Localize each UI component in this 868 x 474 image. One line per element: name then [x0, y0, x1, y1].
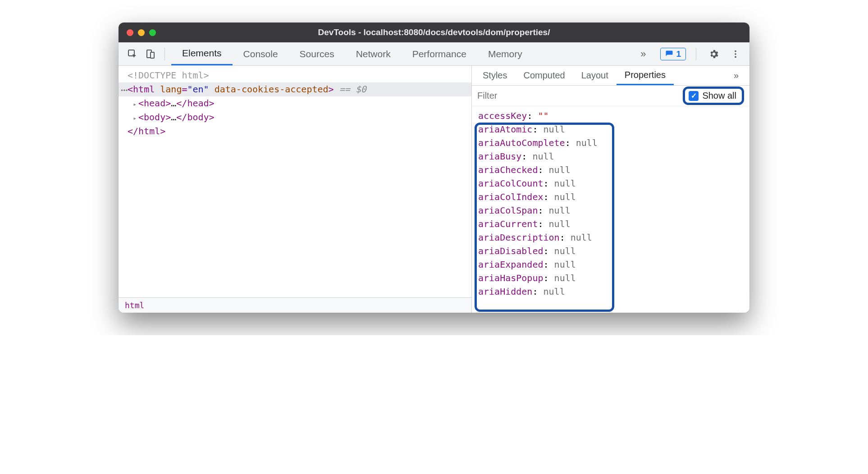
svg-point-3: [735, 50, 736, 52]
property-key: ariaDescription: [478, 232, 560, 243]
dom-node-body[interactable]: ▸<body></body>: [119, 110, 471, 124]
main-tabs: ElementsConsoleSourcesNetworkPerformance…: [171, 42, 638, 65]
property-key: ariaBusy: [478, 151, 521, 162]
issues-button[interactable]: 1: [660, 48, 686, 60]
property-key: ariaHasPopup: [478, 273, 544, 283]
property-value: null: [576, 137, 598, 148]
checkbox-checked-icon: ✓: [689, 91, 699, 101]
window-controls: [119, 29, 156, 36]
tab-console[interactable]: Console: [233, 42, 289, 65]
property-key: ariaAutoComplete: [478, 137, 565, 148]
property-key: ariaColSpan: [478, 205, 538, 216]
filter-input[interactable]: [477, 91, 678, 101]
more-sidebar-tabs-icon[interactable]: »: [726, 66, 747, 85]
sidebar-tab-styles[interactable]: Styles: [475, 66, 515, 85]
show-all-toggle[interactable]: ✓ Show all: [683, 87, 744, 105]
property-row[interactable]: ariaChecked: null: [478, 163, 743, 177]
property-row[interactable]: ariaDisabled: null: [478, 244, 743, 258]
property-value: null: [554, 246, 576, 256]
ellipsis-icon: [120, 82, 128, 96]
property-value: null: [544, 124, 565, 135]
property-value: null: [554, 273, 576, 283]
property-key: ariaAtomic: [478, 124, 532, 135]
property-value: null: [544, 286, 565, 297]
svg-point-4: [735, 53, 736, 55]
dom-node-html-close[interactable]: </html>: [119, 124, 471, 138]
dom-node-doctype[interactable]: <!DOCTYPE html>: [119, 68, 471, 82]
property-value: null: [549, 205, 571, 216]
dom-panel: <!DOCTYPE html> <html lang="en" data-coo…: [119, 66, 472, 313]
expand-caret-icon[interactable]: ▸: [133, 114, 138, 123]
properties-filter-row: ✓ Show all: [472, 86, 749, 106]
property-key: accessKey: [478, 110, 527, 121]
sidebar-tabs: StylesComputedLayoutProperties»: [472, 66, 749, 86]
titlebar: DevTools - localhost:8080/docs/devtools/…: [119, 23, 749, 42]
property-value: null: [554, 178, 576, 189]
main-toolbar: ElementsConsoleSourcesNetworkPerformance…: [119, 42, 749, 66]
property-value: "": [538, 110, 548, 121]
svg-point-5: [735, 56, 736, 58]
inspect-element-icon[interactable]: [125, 46, 140, 62]
kebab-menu-icon[interactable]: [728, 46, 743, 62]
property-row[interactable]: ariaCurrent: null: [478, 217, 743, 231]
sidebar-tab-computed[interactable]: Computed: [515, 66, 573, 85]
property-row[interactable]: ariaAtomic: null: [478, 123, 743, 136]
tab-memory[interactable]: Memory: [477, 42, 533, 65]
sidebar-tab-properties[interactable]: Properties: [617, 66, 674, 85]
toolbar-separator: [696, 48, 696, 60]
properties-panel: StylesComputedLayoutProperties» ✓ Show a…: [472, 66, 749, 313]
property-value: null: [554, 259, 576, 270]
gear-icon[interactable]: [706, 46, 722, 62]
property-key: ariaColCount: [478, 178, 544, 189]
property-key: ariaCurrent: [478, 219, 538, 229]
property-key: ariaColIndex: [478, 191, 544, 202]
property-key: ariaExpanded: [478, 259, 544, 270]
devtools-window: DevTools - localhost:8080/docs/devtools/…: [119, 23, 749, 313]
property-value: null: [532, 151, 554, 162]
property-row[interactable]: ariaColCount: null: [478, 177, 743, 190]
property-row[interactable]: ariaColIndex: null: [478, 190, 743, 204]
show-all-label: Show all: [702, 91, 736, 101]
property-key: ariaChecked: [478, 164, 538, 175]
toolbar-separator: [164, 48, 165, 60]
property-row[interactable]: ariaExpanded: null: [478, 258, 743, 271]
property-value: null: [554, 191, 576, 202]
properties-list[interactable]: accessKey: ""ariaAtomic: nullariaAutoCom…: [472, 106, 749, 301]
device-toggle-icon[interactable]: [143, 46, 158, 62]
property-key: ariaDisabled: [478, 246, 544, 256]
issues-count: 1: [676, 49, 681, 59]
tab-sources[interactable]: Sources: [289, 42, 345, 65]
property-row[interactable]: accessKey: "": [478, 109, 743, 123]
expand-caret-icon[interactable]: ▸: [133, 100, 138, 109]
properties-list-wrap: accessKey: ""ariaAtomic: nullariaAutoCom…: [472, 106, 749, 313]
more-tabs-icon[interactable]: »: [640, 48, 646, 60]
property-value: null: [571, 232, 592, 243]
property-row[interactable]: ariaAutoComplete: null: [478, 136, 743, 150]
property-value: null: [549, 219, 571, 229]
property-row[interactable]: ariaHasPopup: null: [478, 271, 743, 285]
dom-tree[interactable]: <!DOCTYPE html> <html lang="en" data-coo…: [119, 66, 471, 297]
breadcrumb[interactable]: html: [119, 297, 471, 313]
minimize-window-button[interactable]: [138, 29, 145, 36]
dom-node-html[interactable]: <html lang="en" data-cookies-accepted> =…: [119, 82, 471, 96]
property-value: null: [549, 164, 571, 175]
sidebar-tab-layout[interactable]: Layout: [573, 66, 617, 85]
tab-performance[interactable]: Performance: [402, 42, 477, 65]
toolbar-right: 1: [660, 46, 743, 62]
property-row[interactable]: ariaHidden: null: [478, 285, 743, 298]
main-area: <!DOCTYPE html> <html lang="en" data-coo…: [119, 66, 749, 313]
window-title: DevTools - localhost:8080/docs/devtools/…: [318, 27, 550, 37]
tab-elements[interactable]: Elements: [171, 42, 233, 65]
tab-network[interactable]: Network: [345, 42, 402, 65]
property-key: ariaHidden: [478, 286, 532, 297]
close-window-button[interactable]: [127, 29, 133, 36]
property-row[interactable]: ariaBusy: null: [478, 150, 743, 163]
zoom-window-button[interactable]: [149, 29, 156, 36]
property-row[interactable]: ariaColSpan: null: [478, 204, 743, 217]
dom-node-head[interactable]: ▸<head></head>: [119, 96, 471, 110]
property-row[interactable]: ariaDescription: null: [478, 231, 743, 244]
svg-rect-2: [151, 52, 154, 58]
